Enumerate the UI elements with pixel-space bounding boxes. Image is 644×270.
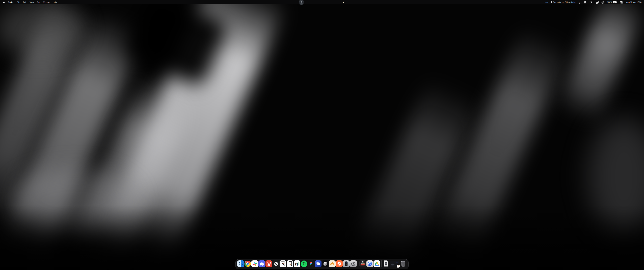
menu-bar-clock[interactable]: Mon 10 Mar 17:58 (626, 1, 642, 3)
status-next-event[interactable]: Dar jantar do Chico · in 2m (551, 1, 576, 3)
dock-document-file[interactable] (383, 260, 389, 267)
dock-app-chrome[interactable] (244, 260, 251, 267)
dock-separator (358, 260, 358, 267)
dock-app-raycast[interactable]: raycast (360, 260, 366, 267)
svg-text:10: 10 (288, 263, 291, 266)
minimized-app-badge: 10 (397, 264, 400, 267)
dock: N 10 g (236, 259, 408, 269)
wallpaper-vignette (0, 0, 644, 270)
dock-app-figma[interactable] (308, 260, 314, 267)
minimized-window-content (396, 261, 398, 262)
svg-text:N: N (282, 262, 284, 265)
dock-app-postman[interactable] (336, 260, 343, 267)
menu-file[interactable]: File (15, 1, 22, 3)
pick-icon[interactable] (589, 1, 592, 4)
dock-app-origami-mammoth[interactable] (329, 260, 336, 267)
menu-active-app[interactable]: Finder (6, 1, 15, 3)
granola-menu-icon[interactable]: g (579, 1, 581, 3)
battery-icon (613, 1, 617, 3)
dock-separator (381, 260, 382, 267)
desktop-wallpaper (0, 0, 644, 270)
granola-caret-icon (580, 1, 581, 3)
dock-app-slack[interactable] (252, 260, 258, 267)
dock-app-notion-calendar[interactable]: 10 (286, 260, 293, 267)
dock-app-origami-cube[interactable] (322, 260, 328, 267)
menu-help[interactable]: Help (51, 1, 58, 3)
menu-window[interactable]: Window (41, 1, 51, 3)
battery-status[interactable]: 100% (607, 1, 617, 3)
dock-app-blue-cards[interactable] (315, 260, 322, 267)
notch-camera-preview[interactable] (299, 0, 304, 5)
mic-level-icon (342, 2, 344, 3)
dock-app-notion[interactable]: N (280, 260, 286, 267)
battery-percent: 100% (607, 1, 612, 3)
raycast-spark-icon (362, 261, 363, 262)
dock-app-todoist[interactable] (266, 260, 272, 267)
dock-app-granola[interactable]: g (294, 260, 300, 267)
svg-text:g: g (295, 261, 298, 266)
dock-app-linear[interactable] (272, 260, 279, 267)
menu-edit[interactable]: Edit (22, 1, 28, 3)
dock-app-gray-pinwheel[interactable] (350, 260, 357, 267)
menu-bar-status: ••• Dar jantar do Chico · in 2m g (546, 1, 644, 4)
menu-bar: Finder File Edit View Go Window Help •••… (0, 0, 644, 4)
dock-app-iphone-mirroring[interactable] (343, 260, 350, 267)
dock-app-1password[interactable] (366, 260, 373, 267)
dock-app-finder[interactable] (237, 260, 244, 267)
event-text: Dar jantar do Chico · in 2m (553, 1, 576, 3)
flower-icon[interactable] (584, 1, 586, 4)
event-bar-icon (551, 1, 552, 3)
control-center-icon[interactable] (620, 1, 623, 4)
dock-app-spotify[interactable] (301, 260, 308, 267)
apple-menu-icon[interactable] (3, 1, 5, 4)
dock-app-discord[interactable] (258, 260, 265, 267)
status-overflow-icon[interactable]: ••• (546, 1, 548, 3)
menu-go[interactable]: Go (36, 1, 41, 3)
raycast-red-bar (360, 264, 365, 265)
dock-minimized-window[interactable]: 10 (390, 260, 399, 267)
menu-bar-left: Finder File Edit View Go Window Help (0, 1, 58, 4)
dock-trash[interactable] (400, 260, 406, 268)
menu-view[interactable]: View (28, 1, 36, 3)
dock-app-google-drive[interactable] (374, 260, 380, 267)
onepassword-menu-icon[interactable] (602, 1, 604, 4)
screen-mirroring-icon[interactable] (595, 1, 598, 4)
minimized-window-content (390, 263, 395, 266)
